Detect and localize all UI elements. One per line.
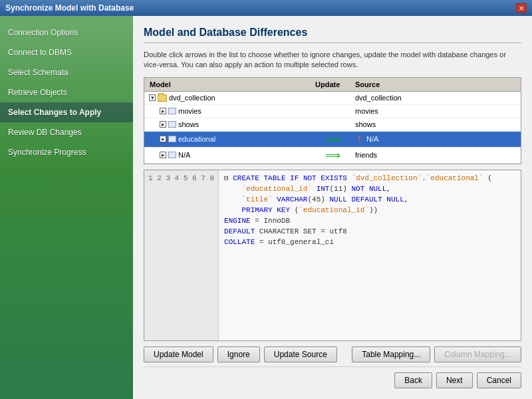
folder-icon — [158, 94, 167, 102]
col-model: Model — [147, 79, 313, 90]
sidebar-item-retrieve-objects[interactable]: Retrieve Objects — [0, 82, 133, 102]
tree-cell-source: friends — [352, 150, 521, 160]
cancel-button[interactable]: Cancel — [477, 372, 521, 388]
update-model-button[interactable]: Update Model — [144, 346, 213, 362]
bottom-actions: Update Model Ignore Update Source Table … — [144, 346, 521, 362]
tree-cell-update: ⟹ — [313, 132, 352, 147]
action-buttons-right: Table Mapping... Column Mapping... — [352, 346, 521, 362]
model-label: educational — [178, 135, 215, 143]
next-button[interactable]: Next — [436, 372, 473, 388]
description-text: Double click arrows in the list to choos… — [144, 50, 521, 70]
tree-cell-update: ⟹ — [313, 148, 352, 163]
expand-icon[interactable]: ▸ — [160, 121, 166, 128]
model-label: N/A — [178, 151, 190, 159]
tree-cell-model: ▸movies — [144, 106, 313, 116]
table-mapping-button[interactable]: Table Mapping... — [352, 346, 430, 362]
back-button[interactable]: Back — [394, 372, 432, 388]
tree-row[interactable]: ▸showsshows — [144, 118, 521, 132]
code-editor[interactable]: 1 2 3 4 5 6 7 8 ⊟ CREATE TABLE IF NOT EX… — [144, 170, 521, 341]
tree-cell-model: ▸N/A — [144, 150, 313, 160]
tree-cell-source: movies — [352, 106, 521, 116]
tree-table: Model Update Source ▾dvd_collectiondvd_c… — [144, 77, 521, 164]
sidebar-item-select-changes[interactable]: Select Changes to Apply — [0, 102, 133, 122]
expand-icon[interactable]: ▾ — [149, 94, 156, 101]
model-label: dvd_collection — [169, 94, 215, 102]
close-button[interactable]: ✕ — [516, 3, 527, 13]
tree-cell-source: dvd_collection — [352, 92, 521, 103]
line-numbers: 1 2 3 4 5 6 7 8 — [144, 170, 219, 340]
sidebar: Connection OptionsConnect to DBMSSelect … — [0, 16, 133, 399]
source-label: N/A — [366, 135, 378, 143]
tree-row[interactable]: ▸educational⟹❗N/A — [144, 132, 521, 148]
source-label: shows — [355, 120, 376, 128]
action-buttons-left: Update Model Ignore Update Source — [144, 346, 337, 362]
code-content: ⊟ CREATE TABLE IF NOT EXISTS `dvd_collec… — [219, 170, 497, 340]
tree-cell-source: shows — [352, 119, 521, 130]
model-label: movies — [178, 107, 201, 115]
tree-cell-update — [313, 96, 352, 99]
sidebar-item-review-db-changes[interactable]: Review DB Changes — [0, 122, 133, 142]
tree-row[interactable]: ▸moviesmovies — [144, 105, 521, 118]
sidebar-item-connection-options[interactable]: Connection Options — [0, 23, 133, 43]
sidebar-item-connect-to-dbms[interactable]: Connect to DBMS — [0, 43, 133, 63]
expand-icon[interactable]: ▸ — [160, 136, 166, 142]
expand-icon[interactable]: ▸ — [160, 152, 166, 158]
ignore-button[interactable]: Ignore — [217, 346, 260, 362]
tree-cell-model: ▸educational — [144, 134, 313, 144]
update-source-button[interactable]: Update Source — [264, 346, 337, 362]
tree-rows: ▾dvd_collectiondvd_collection▸moviesmovi… — [144, 92, 521, 164]
model-label: shows — [178, 120, 199, 128]
tree-table-header: Model Update Source — [144, 78, 521, 92]
tree-row[interactable]: ▸N/A⟹friends — [144, 148, 521, 164]
update-arrow-icon[interactable]: ⟹ — [325, 133, 340, 146]
col-source: Source — [352, 79, 518, 90]
title-bar-text: Synchronize Model with Database — [5, 3, 134, 13]
col-update: Update — [313, 79, 352, 90]
expand-icon[interactable]: ▸ — [160, 108, 166, 114]
tree-cell-source: ❗N/A — [352, 134, 521, 145]
sidebar-item-synchronize-progress[interactable]: Synchronize Progress — [0, 142, 133, 162]
table-icon — [168, 136, 176, 142]
table-icon — [168, 152, 176, 158]
tree-cell-model: ▸shows — [144, 119, 313, 130]
nav-buttons: Back Next Cancel — [144, 366, 521, 388]
source-label: movies — [355, 107, 378, 115]
source-label: dvd_collection — [355, 94, 402, 102]
table-icon — [168, 108, 176, 114]
table-icon — [168, 121, 176, 128]
tree-cell-update — [313, 110, 352, 112]
update-arrow-icon[interactable]: ⟹ — [325, 149, 340, 162]
content-area: Model and Database Differences Double cl… — [133, 16, 532, 399]
source-label: friends — [355, 151, 377, 159]
main-container: Connection OptionsConnect to DBMSSelect … — [0, 16, 532, 399]
exclaim-icon: ❗ — [355, 135, 364, 144]
sidebar-item-select-schemata[interactable]: Select Schemata — [0, 63, 133, 82]
page-title: Model and Database Differences — [144, 27, 521, 43]
tree-cell-model: ▾dvd_collection — [144, 92, 313, 103]
column-mapping-button[interactable]: Column Mapping... — [434, 346, 521, 362]
tree-cell-update — [313, 123, 352, 126]
title-bar: Synchronize Model with Database ✕ — [0, 0, 532, 16]
tree-row[interactable]: ▾dvd_collectiondvd_collection — [144, 92, 521, 105]
